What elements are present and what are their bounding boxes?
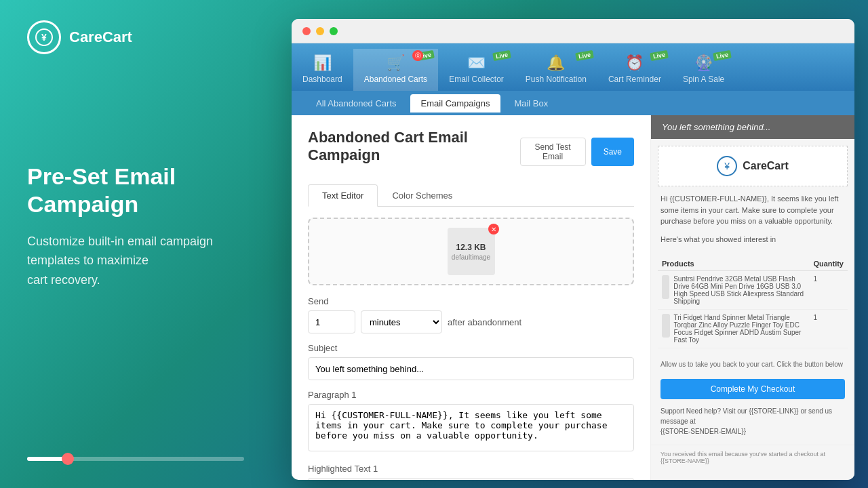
subject-field-group: Subject <box>308 343 634 380</box>
live-badge-push: Live <box>575 50 594 61</box>
send-value-input[interactable] <box>308 310 355 333</box>
left-panel: ¥ CareCart Pre-Set Email Campaign Custom… <box>0 0 292 488</box>
slider-fill <box>27 457 68 461</box>
send-label: Send <box>308 296 634 306</box>
table-header-products: Products <box>658 257 809 271</box>
slider-dot <box>62 453 74 465</box>
preview-header-text: You left something behind... <box>651 115 854 139</box>
nav-label-email-collector: Email Collector <box>449 75 504 84</box>
tagline-heading: Pre-Set Email Campaign <box>27 163 264 218</box>
slider-bar[interactable] <box>27 457 244 461</box>
product-qty-2: 1 <box>809 310 848 348</box>
preview-cta-pre-text: Allow us to take you back to your cart. … <box>651 354 854 375</box>
logo-icon: ¥ <box>27 20 61 54</box>
sub-nav-email-campaigns[interactable]: Email Campaigns <box>410 94 501 113</box>
tab-text-editor[interactable]: Text Editor <box>308 184 378 207</box>
product-qty-1: 1 <box>809 271 848 310</box>
nav-item-abandoned-carts[interactable]: Live ⓪ 🛒 Abandoned Carts <box>353 49 438 91</box>
nav-item-dashboard[interactable]: 📊 Dashboard <box>292 49 353 91</box>
preview-products-table: Products Quantity Suntrsi Pendrive 32GB … <box>658 257 848 348</box>
subject-label: Subject <box>308 343 634 353</box>
browser-titlebar <box>292 19 854 43</box>
page-title: Abandoned Cart Email Campaign <box>308 129 520 164</box>
main-content: Abandoned Cart Email Campaign Send Test … <box>292 115 854 480</box>
wheel-icon: 🎡 <box>694 54 713 72</box>
minimize-button[interactable] <box>316 27 324 35</box>
highlighted-text1-field-group: Highlighted Text 1 <box>308 464 634 480</box>
preview-support-text: Support Need help? Visit our {{STORE-LIN… <box>651 403 854 439</box>
tab-color-schemes[interactable]: Color Schemes <box>378 184 467 207</box>
nav-label-dashboard: Dashboard <box>302 75 342 84</box>
sub-nav: All Abandoned Carts Email Campaigns Mail… <box>292 91 854 115</box>
dashboard-icon: 📊 <box>313 54 332 72</box>
product-thumb-2 <box>662 314 670 338</box>
image-thumbnail: ✕ 12.3 KB defaultimage <box>448 228 495 275</box>
live-badge-reminder: Live <box>650 50 669 61</box>
save-button[interactable]: Save <box>591 138 634 166</box>
form-panel: Abandoned Cart Email Campaign Send Test … <box>292 115 651 480</box>
preview-footer-text: You received this email because you've s… <box>651 445 854 470</box>
sub-nav-mail-box[interactable]: Mail Box <box>503 94 559 113</box>
preview-logo-text: CareCart <box>743 160 789 172</box>
subject-input[interactable] <box>308 357 634 380</box>
table-header-quantity: Quantity <box>809 257 848 271</box>
bell-icon: 🔔 <box>547 54 565 72</box>
table-row: Suntrsi Pendrive 32GB Metal USB Flash Dr… <box>658 271 848 310</box>
preview-support-email: {{STORE-SENDER-EMAIL}} <box>660 428 746 435</box>
image-upload-area[interactable]: ✕ 12.3 KB defaultimage <box>308 218 634 285</box>
preview-panel: You left something behind... ¥ CareCart … <box>651 115 854 480</box>
paragraph1-field-group: Paragraph 1 Hi {{CUSTOMER-FULL-NAME}}, I… <box>308 390 634 454</box>
browser-window: 📊 Dashboard Live ⓪ 🛒 Abandoned Carts Liv… <box>292 19 854 480</box>
nav-item-spin-a-sale[interactable]: Live 🎡 Spin A Sale <box>672 49 735 91</box>
preview-logo-area: ¥ CareCart <box>658 146 848 186</box>
alarm-icon: ⏰ <box>625 54 644 72</box>
highlighted-text1-input[interactable] <box>308 478 634 480</box>
product-thumb-1 <box>662 275 669 299</box>
preview-body-text: Hi {{CUSTOMER-FULL-NAME}}, It seems like… <box>651 193 854 234</box>
paragraph1-label: Paragraph 1 <box>308 390 634 400</box>
nav-label-spin-a-sale: Spin A Sale <box>683 75 724 84</box>
product-name-2: Tri Fidget Hand Spinner Metal Triangle T… <box>674 314 806 344</box>
tagline-body: Customize built-in email campaign templa… <box>27 232 264 290</box>
close-button[interactable] <box>302 27 311 35</box>
nav-item-cart-reminder[interactable]: Live ⏰ Cart Reminder <box>597 49 672 91</box>
preview-logo-inner: ¥ CareCart <box>717 156 789 176</box>
nav-bar: 📊 Dashboard Live ⓪ 🛒 Abandoned Carts Liv… <box>292 43 854 91</box>
preview-cta-button[interactable]: Complete My Checkout <box>660 379 845 399</box>
badge-count-carts: ⓪ <box>412 50 423 61</box>
image-name: defaultimage <box>452 253 490 261</box>
send-test-email-button[interactable]: Send Test Email <box>520 138 586 166</box>
nav-label-cart-reminder: Cart Reminder <box>608 75 661 84</box>
preview-logo-circle: ¥ <box>717 156 737 176</box>
paragraph1-textarea[interactable]: Hi {{CUSTOMER-FULL-NAME}}, It seems like… <box>308 404 634 451</box>
send-field-row: seconds minutes hours days after abandon… <box>308 310 634 333</box>
logo-text: CareCart <box>69 28 132 46</box>
svg-text:¥: ¥ <box>41 32 47 43</box>
product-name-1: Suntrsi Pendrive 32GB Metal USB Flash Dr… <box>673 275 805 305</box>
live-badge-email: Live <box>492 50 511 61</box>
send-field-group: Send seconds minutes hours days after ab… <box>308 296 634 333</box>
email-icon: ✉️ <box>467 54 486 72</box>
table-row: Tri Fidget Hand Spinner Metal Triangle T… <box>658 310 848 348</box>
sub-nav-all-abandoned-carts[interactable]: All Abandoned Carts <box>305 94 408 113</box>
remove-image-button[interactable]: ✕ <box>488 224 499 235</box>
live-badge-spin: Live <box>713 50 732 61</box>
cart-icon: 🛒 <box>387 54 405 72</box>
preview-highlight-text: Here's what you showed interest in <box>651 234 854 252</box>
nav-item-email-collector[interactable]: Live ✉️ Email Collector <box>438 49 515 91</box>
maximize-button[interactable] <box>330 27 338 35</box>
image-size: 12.3 KB <box>456 243 486 252</box>
nav-label-push-notification: Push Notification <box>526 75 587 84</box>
send-suffix: after abandonment <box>448 317 521 327</box>
nav-item-push-notification[interactable]: Live 🔔 Push Notification <box>515 49 597 91</box>
logo-area: ¥ CareCart <box>27 20 264 54</box>
highlighted-text1-label: Highlighted Text 1 <box>308 464 634 474</box>
send-unit-select[interactable]: seconds minutes hours days <box>361 310 442 333</box>
nav-label-abandoned-carts: Abandoned Carts <box>364 75 427 84</box>
tab-bar: Text Editor Color Schemes <box>308 184 634 207</box>
